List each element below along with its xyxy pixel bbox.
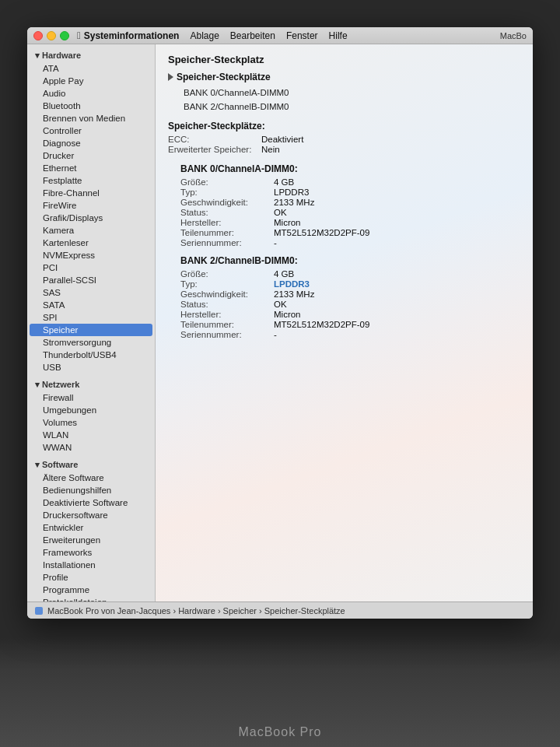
sidebar-item-festplatte[interactable]: Festplatte: [27, 174, 155, 187]
bank2-status-row: Status: OK: [180, 300, 520, 309]
hardware-section-header: ▾Hardware: [27, 47, 155, 62]
window-body: ▾Hardware ATA Apple Pay Audio Bluetooth …: [27, 44, 533, 601]
sidebar-item-apple-pay[interactable]: Apple Pay: [27, 75, 155, 87]
sidebar-item-ethernet[interactable]: Ethernet: [27, 162, 155, 174]
sidebar-item-spi[interactable]: SPI: [27, 311, 155, 324]
slot-list: BANK 0/ChannelA-DIMM0 BANK 2/ChannelB-DI…: [184, 86, 520, 114]
sidebar-item-firewall[interactable]: Firewall: [27, 391, 155, 404]
status-bar-text: MacBook Pro von Jean-Jacques › Hardware …: [47, 606, 345, 615]
menu-ablage[interactable]: Ablage: [190, 30, 219, 41]
sidebar: ▾Hardware ATA Apple Pay Audio Bluetooth …: [27, 44, 156, 601]
sidebar-item-parallel-scsi[interactable]: Parallel-SCSI: [27, 274, 155, 286]
summary-title: Speicher-Steckplätze:: [168, 121, 520, 132]
network-section-header: ▾Netzwerk: [27, 377, 155, 391]
sidebar-item-volumes[interactable]: Volumes: [27, 416, 155, 429]
sidebar-item-entwickler[interactable]: Entwickler: [27, 521, 155, 534]
sidebar-item-fibre-channel[interactable]: Fibre-Channel: [27, 187, 155, 199]
sidebar-item-diagnose[interactable]: Diagnose: [27, 137, 155, 149]
sidebar-item-erweiterungen[interactable]: Erweiterungen: [27, 534, 155, 546]
sidebar-item-ata[interactable]: ATA: [27, 62, 155, 75]
extended-label: Erweiterter Speicher:: [168, 145, 261, 154]
bank2-manufacturer-value: Micron: [274, 310, 301, 319]
bank2-status-label: Status:: [180, 300, 274, 309]
menu-bar:  Systeminformationen Ablage Bearbeiten …: [27, 27, 533, 44]
menu-hilfe[interactable]: Hilfe: [329, 30, 348, 41]
bank0-type-label: Typ:: [180, 188, 274, 197]
main-panel: Speicher-Steckplatz Speicher-Steckplätze…: [156, 44, 533, 601]
sidebar-item-grafik[interactable]: Grafik/Displays: [27, 212, 155, 224]
sidebar-item-firewire[interactable]: FireWire: [27, 199, 155, 212]
bank0-part-label: Teilenummer:: [180, 228, 274, 237]
bank0-serial-row: Seriennummer: -: [180, 238, 520, 247]
bank0-size-value: 4 GB: [274, 177, 294, 187]
bank0-status-value: OK: [274, 208, 287, 217]
sidebar-item-deaktivierte[interactable]: Deaktivierte Software: [27, 496, 155, 509]
traffic-lights: [33, 31, 69, 40]
sidebar-item-programme[interactable]: Programme: [27, 584, 155, 596]
extended-row: Erweiterter Speicher: Nein: [168, 145, 520, 154]
sidebar-item-controller[interactable]: Controller: [27, 124, 155, 137]
bank2-manufacturer-label: Hersteller:: [180, 310, 274, 319]
sidebar-item-wwan[interactable]: WWAN: [27, 441, 155, 454]
bank2-content: Größe: 4 GB Typ: LPDDR3 Geschwindigkeit:…: [180, 269, 520, 339]
sidebar-item-pci[interactable]: PCI: [27, 261, 155, 274]
page-title: Speicher-Steckplatz: [168, 54, 520, 65]
bank0-manufacturer-value: Micron: [274, 218, 301, 227]
sidebar-item-wlan[interactable]: WLAN: [27, 429, 155, 441]
bank0-manufacturer-row: Hersteller: Micron: [180, 218, 520, 227]
sidebar-item-umgebungen[interactable]: Umgebungen: [27, 404, 155, 416]
sidebar-item-stromversorgung[interactable]: Stromversorgung: [27, 336, 155, 349]
ecc-label: ECC:: [168, 135, 261, 144]
minimize-button[interactable]: [47, 31, 56, 40]
laptop-bottom: MacBook Pro: [0, 638, 560, 747]
sidebar-item-bluetooth[interactable]: Bluetooth: [27, 100, 155, 112]
laptop-brand-label: MacBook Pro: [238, 725, 321, 739]
bank2-manufacturer-row: Hersteller: Micron: [180, 310, 520, 319]
maximize-button[interactable]: [60, 31, 69, 40]
sidebar-item-frameworks[interactable]: Frameworks: [27, 546, 155, 559]
sidebar-item-nvmexpress[interactable]: NVMExpress: [27, 249, 155, 261]
bank2-size-label: Größe:: [180, 269, 274, 279]
slot-list-item-0: BANK 0/ChannelA-DIMM0: [184, 86, 520, 100]
bank0-speed-value: 2133 MHz: [274, 198, 314, 207]
bank0-status-label: Status:: [180, 208, 274, 217]
sidebar-item-thunderbolt[interactable]: Thunderbolt/USB4: [27, 349, 155, 361]
bank0-speed-label: Geschwindigkeit:: [180, 198, 274, 207]
window-title-right: MacBo: [500, 31, 527, 40]
bank0-size-row: Größe: 4 GB: [180, 177, 520, 187]
sidebar-item-speicher[interactable]: Speicher: [30, 324, 152, 336]
sidebar-item-bedienungshilfen[interactable]: Bedienungshilfen: [27, 484, 155, 496]
ecc-value: Deaktiviert: [261, 135, 303, 144]
sidebar-item-audio[interactable]: Audio: [27, 87, 155, 100]
bank2-serial-label: Seriennummer:: [180, 330, 274, 339]
menu-bearbeiten[interactable]: Bearbeiten: [230, 30, 275, 41]
sidebar-item-kartenleser[interactable]: Kartenleser: [27, 237, 155, 249]
sidebar-item-druckersoftware[interactable]: Druckersoftware: [27, 509, 155, 521]
sidebar-item-drucker[interactable]: Drucker: [27, 149, 155, 162]
slots-subheader: Speicher-Steckplätze: [168, 72, 520, 82]
triangle-icon: [168, 73, 173, 81]
sidebar-item-brennen[interactable]: Brennen von Medien: [27, 112, 155, 124]
apple-logo-icon[interactable]: : [77, 30, 81, 41]
sidebar-item-usb[interactable]: USB: [27, 361, 155, 374]
bank2-size-row: Größe: 4 GB: [180, 269, 520, 279]
sidebar-item-kamera[interactable]: Kamera: [27, 224, 155, 237]
sidebar-item-sata[interactable]: SATA: [27, 299, 155, 311]
slot-list-item-1: BANK 2/ChannelB-DIMM0: [184, 100, 520, 114]
macos-window:  Systeminformationen Ablage Bearbeiten …: [27, 27, 533, 619]
sidebar-item-protokolldateien[interactable]: Protokolldateien: [27, 596, 155, 601]
bank2-part-label: Teilenummer:: [180, 320, 274, 329]
sidebar-item-installationen[interactable]: Installationen: [27, 559, 155, 571]
sidebar-item-aeltere-software[interactable]: Ältere Software: [27, 472, 155, 484]
bank2-speed-label: Geschwindigkeit:: [180, 289, 274, 299]
bank0-part-row: Teilenummer: MT52L512M32D2PF-09: [180, 228, 520, 237]
extended-value: Nein: [261, 145, 280, 154]
sidebar-item-sas[interactable]: SAS: [27, 286, 155, 299]
sidebar-item-profile[interactable]: Profile: [27, 571, 155, 584]
menu-items: Systeminformationen Ablage Bearbeiten Fe…: [84, 30, 348, 41]
menu-fenster[interactable]: Fenster: [286, 30, 318, 41]
menu-app-name[interactable]: Systeminformationen: [84, 30, 180, 41]
close-button[interactable]: [33, 31, 43, 40]
bank0-type-row: Typ: LPDDR3: [180, 188, 520, 197]
bank2-type-label: Typ:: [180, 279, 274, 289]
